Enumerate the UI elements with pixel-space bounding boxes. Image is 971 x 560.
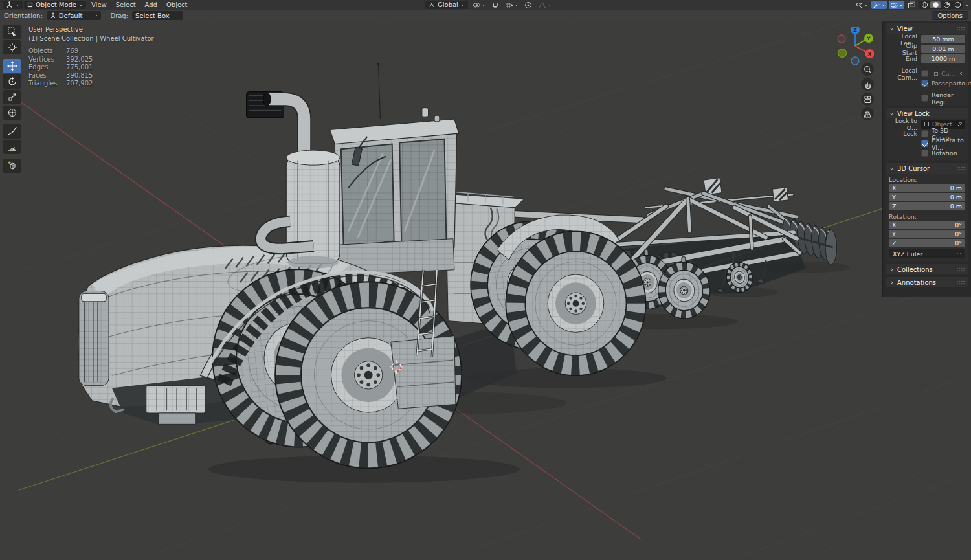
to-3d-cursor-checkbox[interactable] [921, 130, 928, 137]
navigation-gizmo[interactable]: Z Y X [836, 27, 874, 65]
show-gizmo-toggle[interactable] [854, 1, 869, 9]
show-gizmos-toggle[interactable] [871, 1, 887, 9]
stat-triangles: Triangles707,902 [28, 80, 154, 88]
gizmo-axis-z[interactable]: Z [851, 27, 860, 34]
drag-grip-icon[interactable] [956, 166, 965, 171]
menu-add[interactable]: Add [141, 1, 161, 8]
perspective-toggle-button[interactable] [861, 107, 874, 120]
zoom-view-button[interactable] [861, 63, 874, 76]
xray-toggle[interactable] [906, 1, 917, 9]
cursor-rotation-y[interactable]: Y0° [889, 230, 965, 238]
panel-annotations-header[interactable]: Annotations [886, 277, 968, 287]
camera-to-view-checkbox[interactable] [921, 140, 928, 147]
clip-end-field[interactable]: 1000 m [921, 54, 965, 63]
svg-text:Y: Y [866, 36, 871, 41]
mode-label: Object Mode [36, 1, 76, 8]
close-icon[interactable] [958, 71, 963, 76]
snap-target-button[interactable] [504, 1, 520, 9]
drag-grip-icon[interactable] [956, 27, 965, 31]
viewport-canvas[interactable] [0, 21, 971, 560]
camera-to-view-label: Camera to Vi... [932, 137, 965, 151]
chevron-down-icon [94, 14, 98, 17]
gizmo-axis-x-negative[interactable] [838, 35, 845, 43]
solid-shading-icon [932, 1, 939, 8]
gizmo-axes-icon [873, 1, 880, 9]
header-bar: Object Mode View Select Add Object Globa… [0, 0, 971, 10]
mode-select[interactable]: Object Mode [24, 1, 86, 9]
transform-orientation-select[interactable]: Global [425, 1, 468, 9]
cursor-rotation-x[interactable]: X0° [889, 221, 965, 229]
falloff-button[interactable] [537, 1, 553, 9]
show-overlays-toggle[interactable] [889, 1, 904, 9]
chevron-down-icon [16, 3, 19, 7]
proportional-edit-icon [524, 1, 532, 9]
menu-view[interactable]: View [87, 1, 111, 8]
local-camera-checkbox[interactable] [921, 70, 928, 77]
cursor-rotation-z[interactable]: Z0° [889, 239, 965, 247]
passepartout-checkbox[interactable] [921, 80, 928, 87]
rotation-mode-value: XYZ Euler [893, 251, 922, 258]
view-perspective-label: User Perspective [28, 26, 154, 34]
local-camera-field[interactable]: Ca... [931, 69, 965, 78]
annotate-tool[interactable] [3, 124, 21, 139]
chevron-down-icon [482, 3, 486, 7]
gizmo-axis-z-negative[interactable] [851, 57, 859, 65]
panel-view-lock: View Lock Lock to O... Object Lock To 3D… [886, 108, 968, 161]
panel-3d-cursor-header[interactable]: 3D Cursor [886, 163, 968, 174]
drag-dropdown-value: Select Box [135, 12, 170, 19]
orientation-icon [429, 2, 435, 8]
editor-type-button[interactable] [3, 1, 23, 9]
chevron-down-icon [889, 111, 895, 117]
options-button[interactable]: Options [932, 11, 968, 20]
rotation-mode-dropdown[interactable]: XYZ Euler [889, 249, 965, 258]
camera-view-button[interactable] [861, 93, 874, 106]
proportional-editing-button[interactable] [523, 1, 533, 9]
scene-stats: Objects769 Vertices392,025 Edges775,001 … [28, 47, 154, 88]
gizmo-axis-x[interactable]: X [865, 49, 875, 58]
drag-dropdown[interactable]: Select Box [132, 11, 183, 20]
panel-collections-header[interactable]: Collections [886, 264, 968, 274]
menu-select[interactable]: Select [112, 1, 140, 8]
render-region-checkbox[interactable] [921, 95, 928, 102]
cursor-location-y[interactable]: Y0 m [889, 193, 965, 201]
pivot-point-button[interactable] [471, 1, 487, 9]
cursor-tool[interactable] [3, 40, 21, 54]
pan-view-button[interactable] [861, 78, 874, 91]
chevron-down-icon [79, 3, 83, 7]
snap-toggle-button[interactable] [490, 1, 500, 9]
shading-solid-button[interactable] [930, 1, 941, 8]
chevron-down-icon[interactable] [965, 3, 969, 7]
shading-material-button[interactable] [941, 1, 952, 8]
focal-length-field[interactable]: 50 mm [921, 35, 965, 43]
transform-tool[interactable] [3, 106, 21, 120]
chevron-down-icon [461, 3, 465, 7]
lock-rotation-checkbox[interactable] [921, 150, 928, 157]
orientation-dropdown[interactable]: Default [47, 11, 102, 20]
wireframe-shading-icon [921, 1, 928, 8]
rotate-tool[interactable] [3, 74, 21, 89]
select-box-tool[interactable] [3, 25, 21, 39]
viewport-overlay-text: User Perspective (1) Scene Collection | … [28, 26, 154, 88]
measure-tool[interactable] [3, 140, 21, 154]
drag-grip-icon[interactable] [956, 280, 965, 285]
stat-faces: Faces390,815 [28, 72, 154, 80]
chevron-down-icon [889, 166, 895, 172]
move-tool[interactable] [3, 59, 21, 73]
shading-wireframe-button[interactable] [919, 1, 930, 8]
clip-start-field[interactable]: 0.01 m [921, 45, 965, 53]
cursor-location-z[interactable]: Z0 m [889, 202, 965, 210]
add-primitive-tool[interactable] [3, 159, 21, 173]
shading-rendered-button[interactable] [952, 1, 963, 8]
hand-icon [864, 80, 872, 89]
scale-tool[interactable] [3, 90, 21, 104]
scale-icon [7, 92, 17, 102]
chevron-down-icon [548, 3, 552, 7]
menu-object[interactable]: Object [162, 1, 192, 8]
drag-grip-icon[interactable] [956, 267, 965, 272]
cursor-location-x[interactable]: X0 m [889, 184, 965, 192]
chevron-down-icon [864, 3, 868, 7]
gizmo-axis-y-negative[interactable] [838, 49, 847, 58]
magnifier-plus-icon [864, 65, 872, 74]
transform-icon [7, 107, 17, 118]
gizmo-axis-y[interactable]: Y [864, 34, 873, 43]
